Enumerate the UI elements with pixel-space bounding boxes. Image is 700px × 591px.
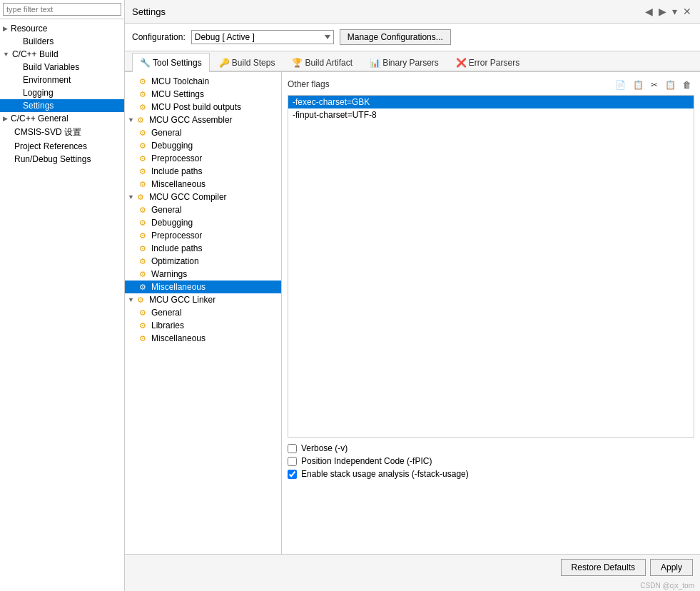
tab-label: Error Parsers — [469, 58, 519, 68]
settings-item-assembler-misc[interactable]: ⚙Miscellaneous — [125, 178, 281, 191]
sidebar-item-label: Run/Debug Settings — [14, 154, 91, 164]
tab-error-parsers[interactable]: ❌Error Parsers — [448, 53, 527, 72]
sidebar-item-run-debug-settings[interactable]: Run/Debug Settings — [0, 153, 124, 166]
stree-icon: ⚙ — [139, 321, 146, 330]
settings-item-mcu-gcc-linker[interactable]: ▼ ⚙MCU GCC Linker — [125, 293, 281, 306]
settings-item-compiler-optimization[interactable]: ⚙Optimization — [125, 255, 281, 268]
flags-item-flag2[interactable]: -finput-charset=UTF-8 — [288, 108, 694, 121]
stree-label: Preprocessor — [151, 231, 202, 241]
sidebar-item-resource[interactable]: ▶Resource — [0, 22, 124, 35]
settings-item-compiler-debugging[interactable]: ⚙Debugging — [125, 216, 281, 229]
menu-button[interactable]: ▾ — [671, 4, 679, 19]
stree-label: General — [151, 205, 182, 215]
settings-item-mcu-post-build[interactable]: ⚙MCU Post build outputs — [125, 101, 281, 113]
checkbox-stack-usage[interactable] — [288, 470, 297, 479]
manage-configurations-button[interactable]: Manage Configurations... — [340, 29, 451, 45]
settings-item-compiler-general[interactable]: ⚙General — [125, 203, 281, 216]
sidebar-item-cmsis-svd[interactable]: CMSIS-SVD 设置 — [0, 125, 124, 140]
stree-label: Libraries — [151, 320, 184, 330]
settings-item-compiler-warnings[interactable]: ⚙Warnings — [125, 268, 281, 281]
stree-icon: ⚙ — [139, 270, 146, 279]
sidebar-item-logging[interactable]: Logging — [0, 86, 124, 99]
flags-add-button[interactable]: 📄 — [612, 78, 629, 92]
sidebar-item-label: Environment — [23, 75, 71, 85]
sidebar-item-project-references[interactable]: Project References — [0, 140, 124, 153]
settings-item-assembler-include-paths[interactable]: ⚙Include paths — [125, 165, 281, 178]
apply-button[interactable]: Apply — [650, 559, 693, 576]
stree-label: MCU GCC Assembler — [149, 115, 233, 125]
stree-label: Warnings — [151, 269, 187, 279]
stree-label: Debugging — [151, 141, 193, 151]
settings-item-compiler-misc[interactable]: ⚙Miscellaneous — [125, 281, 281, 293]
settings-item-mcu-gcc-assembler[interactable]: ▼ ⚙MCU GCC Assembler — [125, 113, 281, 126]
sidebar-item-label: Builders — [23, 36, 54, 46]
settings-item-linker-general[interactable]: ⚙General — [125, 306, 281, 319]
stree-icon: ⚙ — [139, 103, 146, 112]
settings-item-linker-libraries[interactable]: ⚙Libraries — [125, 319, 281, 332]
checkbox-row-verbose: Verbose (-v) — [288, 443, 694, 453]
stree-icon: ⚙ — [139, 283, 146, 292]
close-button[interactable]: ✕ — [681, 4, 693, 19]
sidebar-item-build-variables[interactable]: Build Variables — [0, 61, 124, 74]
tab-binary-parsers[interactable]: 📊Binary Parsers — [362, 53, 447, 72]
sidebar-tree: ▶ResourceBuilders▼C/C++ BuildBuild Varia… — [0, 19, 124, 591]
stree-icon: ⚙ — [139, 141, 146, 151]
settings-item-assembler-preprocessor[interactable]: ⚙Preprocessor — [125, 152, 281, 165]
settings-item-mcu-settings[interactable]: ⚙MCU Settings — [125, 88, 281, 101]
flags-copy-button[interactable]: 📋 — [630, 78, 646, 92]
settings-panel: ⚙MCU Toolchain⚙MCU Settings⚙MCU Post bui… — [125, 72, 700, 554]
tabs-bar: 🔧Tool Settings🔑Build Steps🏆Build Artifac… — [125, 51, 700, 72]
header-buttons: ◀ ▶ ▾ ✕ — [644, 4, 693, 19]
settings-item-mcu-toolchain[interactable]: ⚙MCU Toolchain — [125, 75, 281, 88]
watermark: CSDN @cjx_tom — [125, 580, 700, 591]
checkboxes-area: Verbose (-v)Position Independent Code (-… — [288, 443, 694, 479]
settings-item-assembler-general[interactable]: ⚙General — [125, 126, 281, 139]
flags-header-row: Other flags 📄 📋 ✂ 📋 🗑 — [288, 78, 694, 94]
back-button[interactable]: ◀ — [644, 4, 654, 19]
stree-label: MCU Post build outputs — [151, 102, 241, 112]
tab-build-steps[interactable]: 🔑Build Steps — [211, 53, 283, 72]
config-label: Configuration: — [132, 32, 186, 42]
content-area: Settings ◀ ▶ ▾ ✕ Configuration: Debug [ … — [125, 0, 700, 591]
settings-item-mcu-gcc-compiler[interactable]: ▼ ⚙MCU GCC Compiler — [125, 191, 281, 203]
stree-icon: ⚙ — [139, 334, 146, 343]
filter-input[interactable] — [3, 3, 121, 16]
stree-icon: ⚙ — [139, 231, 146, 241]
restore-defaults-button[interactable]: Restore Defaults — [561, 559, 646, 576]
sidebar-item-label: Build Variables — [23, 62, 79, 72]
sidebar-item-settings[interactable]: Settings — [0, 99, 124, 112]
flags-item-flag1[interactable]: -fexec-charset=GBK — [288, 96, 694, 108]
sidebar: ▶ResourceBuilders▼C/C++ BuildBuild Varia… — [0, 0, 125, 591]
flags-paste-button[interactable]: 📋 — [662, 78, 679, 92]
settings-item-compiler-preprocessor[interactable]: ⚙Preprocessor — [125, 229, 281, 242]
sidebar-item-cpp-build[interactable]: ▼C/C++ Build — [0, 48, 124, 61]
settings-item-compiler-include-paths[interactable]: ⚙Include paths — [125, 242, 281, 255]
stree-label: General — [151, 128, 182, 138]
forward-button[interactable]: ▶ — [657, 4, 668, 19]
settings-item-linker-misc[interactable]: ⚙Miscellaneous — [125, 332, 281, 345]
flags-delete-button[interactable]: 🗑 — [680, 78, 694, 92]
stree-icon: ⚙ — [139, 128, 146, 138]
sidebar-item-cpp-general[interactable]: ▶C/C++ General — [0, 112, 124, 125]
settings-tree: ⚙MCU Toolchain⚙MCU Settings⚙MCU Post bui… — [125, 72, 282, 554]
stree-icon: ⚙ — [139, 154, 146, 163]
sidebar-item-environment[interactable]: Environment — [0, 74, 124, 86]
checkbox-row-pic: Position Independent Code (-fPIC) — [288, 456, 694, 466]
stree-icon: ⚙ — [139, 244, 146, 253]
sidebar-item-builders[interactable]: Builders — [0, 35, 124, 48]
tab-tool-settings[interactable]: 🔧Tool Settings — [132, 53, 210, 72]
stree-label: Miscellaneous — [151, 333, 206, 343]
sidebar-item-label: Settings — [23, 101, 54, 111]
tab-build-artifact[interactable]: 🏆Build Artifact — [284, 53, 360, 72]
settings-item-assembler-debugging[interactable]: ⚙Debugging — [125, 139, 281, 152]
page-title: Settings — [132, 6, 166, 17]
stree-label: Debugging — [151, 218, 193, 228]
checkbox-row-stack-usage: Enable stack usage analysis (-fstack-usa… — [288, 469, 694, 479]
stree-icon: ⚙ — [139, 218, 146, 228]
checkbox-verbose[interactable] — [288, 444, 297, 453]
checkbox-pic[interactable] — [288, 457, 297, 466]
error-parsers-icon: ❌ — [456, 58, 466, 68]
config-select[interactable]: Debug [ Active ] — [191, 30, 334, 44]
flags-cut-button[interactable]: ✂ — [648, 78, 661, 92]
stree-icon: ⚙ — [139, 77, 146, 86]
